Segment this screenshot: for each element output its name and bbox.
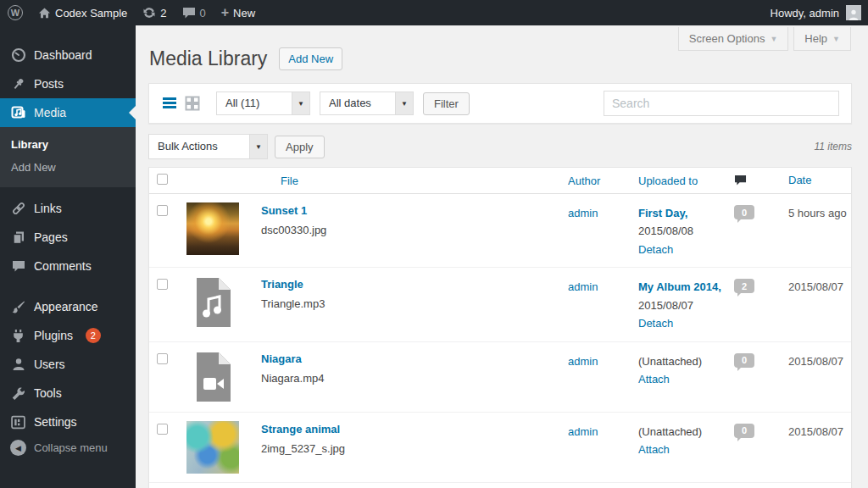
detach-link[interactable]: Detach [638, 317, 673, 330]
help-label: Help [804, 32, 827, 45]
table-header-row: File Author Uploaded to Date [149, 168, 851, 194]
detach-link[interactable]: Detach [638, 243, 673, 256]
filter-button[interactable]: Filter [423, 92, 470, 115]
sidebar-label-comments: Comments [34, 259, 92, 273]
sidebar-item-dashboard[interactable]: Dashboard [0, 41, 136, 69]
grid-view-toggle[interactable] [184, 95, 201, 112]
file-column-header[interactable]: File [281, 175, 298, 187]
comments-link[interactable]: 0 [175, 0, 214, 25]
comment-count-badge[interactable]: 0 [734, 424, 754, 438]
row-checkbox[interactable] [157, 205, 168, 216]
media-filename: Triangle.mp3 [261, 297, 325, 310]
date-filter-value: All dates [320, 92, 395, 114]
sidebar-item-media[interactable]: Media [0, 98, 136, 127]
bulk-actions-select[interactable]: Bulk Actions ▼ [148, 134, 268, 159]
sidebar-label-posts: Posts [34, 77, 64, 91]
sidebar-item-settings[interactable]: Settings [0, 408, 136, 436]
author-link[interactable]: admin [568, 425, 598, 438]
sidebar-label-pages: Pages [34, 230, 68, 244]
comment-count: 0 [200, 7, 206, 19]
comments-column-header[interactable] [734, 175, 788, 186]
site-name-label: Codex Sample [55, 7, 127, 19]
select-all-checkbox[interactable] [157, 174, 168, 185]
sidebar-label-settings: Settings [34, 415, 77, 429]
dashboard-icon [10, 47, 26, 64]
update-icon [142, 6, 156, 19]
pin-icon [10, 76, 26, 92]
sidebar-item-comments[interactable]: Comments [0, 252, 136, 280]
media-title-link[interactable]: Sunset 1 [261, 204, 326, 217]
site-name-link[interactable]: Codex Sample [31, 0, 135, 25]
items-count: 11 items [815, 141, 852, 152]
mosaic-photo-thumbnail[interactable] [186, 421, 239, 474]
updates-link[interactable]: 2 [135, 0, 174, 25]
collapse-menu-button[interactable]: ◀ Collapse menu [0, 440, 136, 456]
uploaded-to-date: 2015/08/07 [638, 299, 693, 312]
sunset-photo-thumbnail[interactable] [186, 202, 239, 255]
howdy-admin-link[interactable]: Howdy, admin [771, 7, 839, 19]
list-view-toggle[interactable] [161, 95, 178, 112]
attach-link[interactable]: Attach [638, 373, 670, 385]
sidebar-item-add-new[interactable]: Add New [0, 156, 136, 179]
sidebar-item-library[interactable]: Library [0, 133, 136, 156]
new-content-menu[interactable]: + New [214, 0, 263, 25]
sidebar-item-appearance[interactable]: Appearance [0, 292, 136, 321]
screen-options-tab[interactable]: Screen Options ▼ [678, 27, 789, 51]
help-tab[interactable]: Help ▼ [793, 27, 851, 51]
sidebar-label-users: Users [34, 358, 65, 371]
add-new-button[interactable]: Add New [279, 47, 342, 70]
comment-count-badge[interactable]: 2 [734, 279, 754, 293]
upload-date: 2015/08/07 [788, 276, 851, 296]
media-filename: Niagara.mp4 [261, 372, 324, 385]
wordpress-logo-menu[interactable]: W [0, 0, 31, 25]
comment-count-badge[interactable]: 0 [734, 205, 754, 219]
media-submenu: Library Add New [0, 127, 136, 187]
video-file-icon[interactable] [186, 351, 239, 403]
page-title: Media Library [149, 47, 267, 70]
media-title-link[interactable]: Triangle [261, 278, 325, 291]
sidebar-item-posts[interactable]: Posts [0, 69, 136, 98]
uploaded-to-post-link[interactable]: First Day, [638, 207, 687, 219]
table-row: Triangle Triangle.mp3 admin My Album 201… [149, 267, 851, 341]
search-input[interactable] [604, 91, 839, 116]
media-title-link[interactable]: Niagara [261, 352, 324, 365]
table-row: Sunset 1 dsc00330.jpg admin First Day, 2… [149, 194, 851, 267]
row-checkbox[interactable] [157, 424, 168, 435]
attachment-filter-select[interactable]: All (11) ▼ [216, 92, 310, 115]
sidebar-item-links[interactable]: Links [0, 194, 136, 223]
attach-link[interactable]: Attach [638, 443, 670, 456]
author-link[interactable]: admin [568, 355, 598, 368]
uploaded-to-column-header[interactable]: Uploaded to [638, 175, 698, 187]
sidebar-item-users[interactable]: Users [0, 350, 136, 379]
bulk-actions-bar: Bulk Actions ▼ Apply 11 items [148, 134, 852, 159]
date-filter-select[interactable]: All dates ▼ [320, 92, 414, 115]
unattached-status: (Unattached) [638, 425, 702, 438]
main-content: Screen Options ▼ Help ▼ Media Library Ad… [136, 25, 868, 488]
date-column-header[interactable]: Date [788, 174, 811, 186]
upload-date: 5 hours ago [788, 202, 851, 222]
media-title-link[interactable]: Strange animal [261, 423, 345, 435]
user-avatar[interactable] [846, 5, 861, 20]
author-link[interactable]: admin [568, 207, 598, 219]
row-checkbox[interactable] [157, 353, 168, 364]
row-checkbox[interactable] [157, 279, 168, 290]
apply-button[interactable]: Apply [275, 136, 325, 158]
author-link[interactable]: admin [568, 280, 598, 293]
comment-count-badge[interactable]: 0 [734, 353, 754, 368]
sidebar-label-plugins: Plugins [34, 329, 73, 342]
plugins-update-badge: 2 [86, 328, 101, 343]
update-count: 2 [160, 7, 166, 19]
plugin-icon [10, 328, 26, 344]
sidebar-label-tools: Tools [34, 386, 62, 400]
audio-file-icon[interactable] [186, 276, 239, 329]
chevron-down-icon: ▼ [770, 35, 777, 43]
plus-icon: + [221, 6, 229, 19]
wordpress-logo-icon: W [8, 5, 23, 20]
upload-date: 2015/08/07 [788, 351, 851, 370]
sidebar-item-tools[interactable]: Tools [0, 379, 136, 408]
uploaded-to-post-link[interactable]: My Album 2014, [638, 280, 721, 293]
author-column-header[interactable]: Author [568, 175, 600, 187]
sidebar-label-links: Links [34, 202, 62, 215]
sidebar-item-plugins[interactable]: Plugins 2 [0, 321, 136, 350]
sidebar-item-pages[interactable]: Pages [0, 223, 136, 252]
